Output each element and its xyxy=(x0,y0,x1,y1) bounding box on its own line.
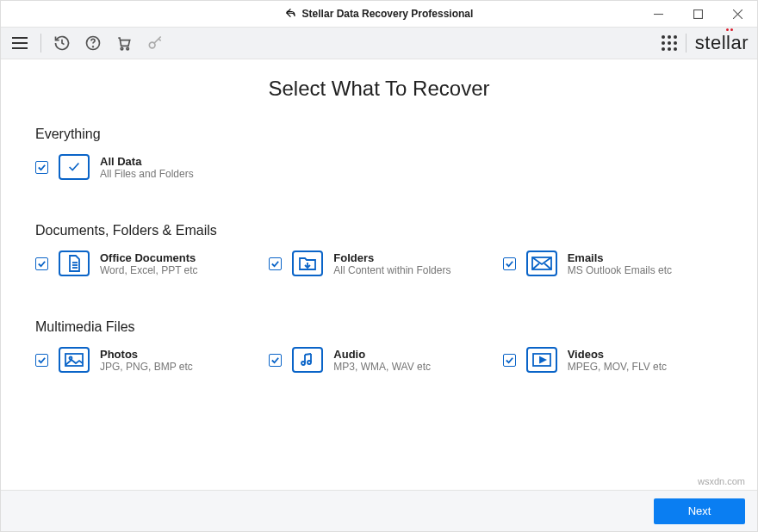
section-everything: Everything xyxy=(35,127,723,142)
item-sub: JPG, PNG, BMP etc xyxy=(100,361,193,373)
option-office-documents[interactable]: Office Documents Word, Excel, PPT etc xyxy=(35,251,255,276)
separator xyxy=(40,34,41,53)
photo-icon xyxy=(59,347,90,373)
option-folders[interactable]: Folders All Content within Folders xyxy=(269,251,488,276)
item-sub: Word, Excel, PPT etc xyxy=(100,264,198,276)
svg-point-22 xyxy=(308,361,311,364)
item-title: Videos xyxy=(568,348,667,361)
svg-rect-1 xyxy=(693,9,702,18)
item-title: All Data xyxy=(100,155,194,168)
apps-grid-icon[interactable] xyxy=(662,35,677,51)
item-title: Photos xyxy=(100,348,193,361)
item-sub: MS Outlook Emails etc xyxy=(568,264,672,276)
item-title: Folders xyxy=(333,251,450,264)
document-icon xyxy=(59,251,90,276)
option-photos[interactable]: Photos JPG, PNG, BMP etc xyxy=(35,347,255,373)
history-icon[interactable] xyxy=(52,33,72,53)
page-title: Select What To Recover xyxy=(35,77,723,101)
item-sub: MP3, WMA, WAV etc xyxy=(333,361,431,373)
all-data-icon xyxy=(59,154,90,180)
checkbox[interactable] xyxy=(269,354,282,367)
next-button[interactable]: Next xyxy=(654,498,745,524)
option-audio[interactable]: Audio MP3, WMA, WAV etc xyxy=(269,347,488,373)
video-icon xyxy=(526,347,557,373)
key-icon[interactable] xyxy=(145,33,165,53)
window-title: Stellar Data Recovery Professional xyxy=(302,8,474,20)
menu-icon[interactable] xyxy=(9,33,30,53)
toolbar: stellar xyxy=(1,27,757,59)
section-media: Multimedia Files xyxy=(35,319,723,335)
help-icon[interactable] xyxy=(83,33,103,53)
svg-rect-19 xyxy=(65,354,83,366)
audio-icon xyxy=(292,347,323,373)
checkbox-all-data[interactable] xyxy=(35,161,48,174)
item-title: Emails xyxy=(568,251,672,264)
item-title: Office Documents xyxy=(100,251,198,264)
svg-point-9 xyxy=(121,47,123,49)
svg-line-18 xyxy=(544,263,551,269)
back-icon xyxy=(285,7,297,22)
checkbox[interactable] xyxy=(503,257,516,270)
checkbox[interactable] xyxy=(35,257,48,270)
svg-line-17 xyxy=(532,263,539,269)
minimize-button[interactable] xyxy=(638,1,678,27)
item-sub: All Content within Folders xyxy=(333,264,450,276)
checkbox[interactable] xyxy=(269,257,282,270)
cart-icon[interactable] xyxy=(114,33,134,53)
checkbox[interactable] xyxy=(503,354,516,367)
footer: Next xyxy=(1,490,757,531)
titlebar: Stellar Data Recovery Professional xyxy=(1,1,757,27)
svg-point-11 xyxy=(149,42,155,48)
svg-point-21 xyxy=(301,362,305,365)
close-button[interactable] xyxy=(718,1,757,27)
option-videos[interactable]: Videos MPEG, MOV, FLV etc xyxy=(503,347,723,373)
separator xyxy=(686,34,687,53)
svg-marker-24 xyxy=(540,357,545,362)
item-title: Audio xyxy=(333,348,431,361)
svg-point-8 xyxy=(93,46,94,47)
maximize-button[interactable] xyxy=(678,1,718,27)
section-docs: Documents, Folders & Emails xyxy=(35,223,723,238)
email-icon xyxy=(526,251,557,276)
option-all-data[interactable]: All Data All Files and Folders xyxy=(35,154,723,180)
main-content: Select What To Recover Everything All Da… xyxy=(1,59,757,373)
folder-icon xyxy=(292,251,323,276)
item-sub: All Files and Folders xyxy=(100,168,194,180)
option-emails[interactable]: Emails MS Outlook Emails etc xyxy=(503,251,723,276)
svg-point-10 xyxy=(127,47,129,49)
item-sub: MPEG, MOV, FLV etc xyxy=(568,361,667,373)
watermark: wsxdn.com xyxy=(698,476,745,486)
checkbox[interactable] xyxy=(35,354,48,367)
brand-logo: stellar xyxy=(695,32,749,54)
